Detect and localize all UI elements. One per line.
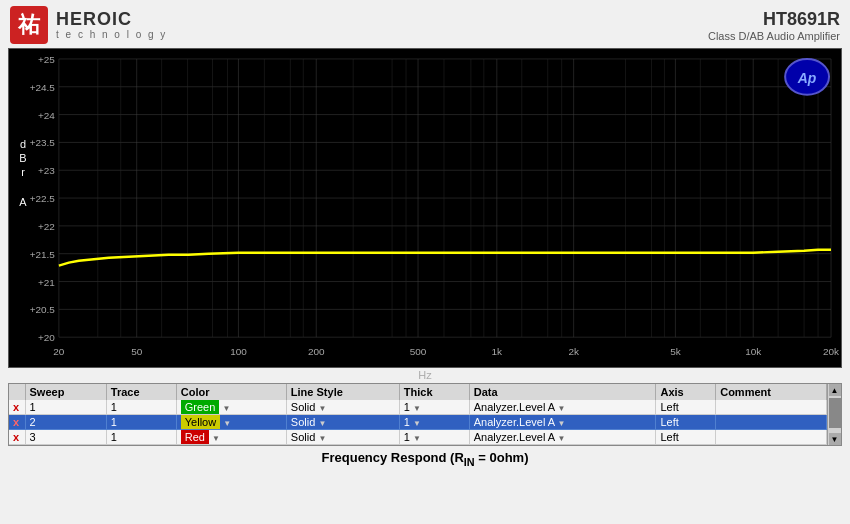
row1-axis: Left bbox=[656, 400, 716, 415]
color-green[interactable]: Green bbox=[181, 400, 220, 414]
row3-thick[interactable]: 1 ▼ bbox=[399, 430, 469, 445]
svg-text:20k: 20k bbox=[823, 346, 839, 357]
row3-data[interactable]: Analyzer.Level A ▼ bbox=[469, 430, 656, 445]
th-linestyle: Line Style bbox=[286, 384, 399, 400]
svg-text:5k: 5k bbox=[670, 346, 681, 357]
chart-container: +25 +24.5 +24 +23.5 +23 +22.5 +22 +21.5 … bbox=[8, 48, 842, 368]
footer-subscript: IN bbox=[464, 456, 475, 468]
svg-text:+23.5: +23.5 bbox=[30, 137, 56, 148]
row2-axis: Left bbox=[656, 415, 716, 430]
table-scroll-wrapper: Sweep Trace Color Line Style Thick Data … bbox=[9, 384, 827, 445]
row2-sweep: 2 bbox=[25, 415, 106, 430]
logo-technology: t e c h n o l o g y bbox=[56, 29, 167, 40]
svg-rect-2 bbox=[9, 49, 841, 367]
row3-sweep: 3 bbox=[25, 430, 106, 445]
header: 祐 HEROIC t e c h n o l o g y HT8691R Cla… bbox=[0, 0, 850, 48]
row1-thick[interactable]: 1 ▼ bbox=[399, 400, 469, 415]
th-thick: Thick bbox=[399, 384, 469, 400]
row3-check: x bbox=[9, 430, 25, 445]
data-dropdown-arrow[interactable]: ▼ bbox=[558, 404, 566, 413]
product-model: HT8691R bbox=[708, 9, 840, 30]
scrollbar[interactable]: ▲ ▼ bbox=[827, 384, 841, 445]
svg-text:2k: 2k bbox=[568, 346, 579, 357]
svg-text:+21.5: +21.5 bbox=[30, 249, 56, 260]
table-body: x 1 1 Green ▼ Solid ▼ 1 ▼ Analyzer.Level… bbox=[9, 400, 827, 445]
svg-text:+24: +24 bbox=[38, 110, 55, 121]
row3-trace: 1 bbox=[106, 430, 176, 445]
svg-text:r: r bbox=[21, 166, 25, 178]
color-red[interactable]: Red bbox=[181, 430, 209, 444]
row1-sweep: 1 bbox=[25, 400, 106, 415]
color-yellow[interactable]: Yellow bbox=[181, 415, 220, 429]
row3-comment bbox=[716, 430, 827, 445]
svg-text:+20.5: +20.5 bbox=[30, 304, 56, 315]
scroll-thumb[interactable] bbox=[829, 398, 841, 428]
product-desc: Class D/AB Audio Amplifier bbox=[708, 30, 840, 42]
svg-text:200: 200 bbox=[308, 346, 325, 357]
svg-text:+22: +22 bbox=[38, 221, 55, 232]
row2-trace: 1 bbox=[106, 415, 176, 430]
svg-text:+22.5: +22.5 bbox=[30, 193, 56, 204]
thick-dropdown-arrow2[interactable]: ▼ bbox=[413, 419, 421, 428]
svg-text:50: 50 bbox=[131, 346, 143, 357]
svg-text:20: 20 bbox=[53, 346, 65, 357]
th-axis: Axis bbox=[656, 384, 716, 400]
th-color: Color bbox=[176, 384, 286, 400]
svg-text:+23: +23 bbox=[38, 165, 55, 176]
footer-title: Frequency Respond (RIN = 0ohm) bbox=[322, 450, 529, 465]
row2-linestyle[interactable]: Solid ▼ bbox=[286, 415, 399, 430]
color-dropdown-arrow2[interactable]: ▼ bbox=[223, 419, 231, 428]
svg-text:+20: +20 bbox=[38, 332, 55, 343]
svg-text:A: A bbox=[19, 196, 27, 208]
thick-dropdown-arrow3[interactable]: ▼ bbox=[413, 434, 421, 443]
th-data: Data bbox=[469, 384, 656, 400]
logo-text: HEROIC t e c h n o l o g y bbox=[56, 10, 167, 41]
svg-text:100: 100 bbox=[230, 346, 247, 357]
linestyle-dropdown-arrow3[interactable]: ▼ bbox=[318, 434, 326, 443]
product-info: HT8691R Class D/AB Audio Amplifier bbox=[708, 9, 840, 42]
table-row[interactable]: x 3 1 Red ▼ Solid ▼ 1 ▼ Analyzer.Level A… bbox=[9, 430, 827, 445]
row3-linestyle[interactable]: Solid ▼ bbox=[286, 430, 399, 445]
scroll-up[interactable]: ▲ bbox=[829, 384, 841, 396]
svg-text:祐: 祐 bbox=[17, 12, 41, 37]
row1-color[interactable]: Green ▼ bbox=[176, 400, 286, 415]
th-trace: Trace bbox=[106, 384, 176, 400]
color-dropdown-arrow[interactable]: ▼ bbox=[222, 404, 230, 413]
svg-text:Ap: Ap bbox=[797, 70, 817, 86]
row2-data[interactable]: Analyzer.Level A ▼ bbox=[469, 415, 656, 430]
data-table: Sweep Trace Color Line Style Thick Data … bbox=[9, 384, 827, 445]
svg-text:+24.5: +24.5 bbox=[30, 82, 56, 93]
th-comment: Comment bbox=[716, 384, 827, 400]
row3-color[interactable]: Red ▼ bbox=[176, 430, 286, 445]
svg-text:1k: 1k bbox=[492, 346, 503, 357]
row1-data[interactable]: Analyzer.Level A ▼ bbox=[469, 400, 656, 415]
row2-check: x bbox=[9, 415, 25, 430]
data-dropdown-arrow2[interactable]: ▼ bbox=[558, 419, 566, 428]
linestyle-dropdown-arrow[interactable]: ▼ bbox=[318, 404, 326, 413]
svg-text:10k: 10k bbox=[745, 346, 761, 357]
scroll-down[interactable]: ▼ bbox=[829, 433, 841, 445]
table-header: Sweep Trace Color Line Style Thick Data … bbox=[9, 384, 827, 400]
row1-xmark: x bbox=[13, 401, 19, 413]
row1-comment bbox=[716, 400, 827, 415]
svg-text:d: d bbox=[20, 138, 26, 150]
logo-heroic: HEROIC bbox=[56, 10, 167, 30]
footer: Frequency Respond (RIN = 0ohm) bbox=[0, 450, 850, 468]
chart-svg: +25 +24.5 +24 +23.5 +23 +22.5 +22 +21.5 … bbox=[9, 49, 841, 367]
heroic-logo-icon: 祐 bbox=[10, 6, 48, 44]
table-row[interactable]: x 2 1 Yellow ▼ Solid ▼ 1 ▼ Analyzer.Leve… bbox=[9, 415, 827, 430]
linestyle-dropdown-arrow2[interactable]: ▼ bbox=[318, 419, 326, 428]
thick-dropdown-arrow[interactable]: ▼ bbox=[413, 404, 421, 413]
row1-linestyle[interactable]: Solid ▼ bbox=[286, 400, 399, 415]
svg-text:+21: +21 bbox=[38, 277, 55, 288]
row2-color[interactable]: Yellow ▼ bbox=[176, 415, 286, 430]
row1-trace: 1 bbox=[106, 400, 176, 415]
svg-text:B: B bbox=[19, 152, 26, 164]
row2-thick[interactable]: 1 ▼ bbox=[399, 415, 469, 430]
data-dropdown-arrow3[interactable]: ▼ bbox=[558, 434, 566, 443]
th-empty bbox=[9, 384, 25, 400]
row3-axis: Left bbox=[656, 430, 716, 445]
row3-xmark: x bbox=[13, 431, 19, 443]
table-row[interactable]: x 1 1 Green ▼ Solid ▼ 1 ▼ Analyzer.Level… bbox=[9, 400, 827, 415]
color-dropdown-arrow3[interactable]: ▼ bbox=[212, 434, 220, 443]
